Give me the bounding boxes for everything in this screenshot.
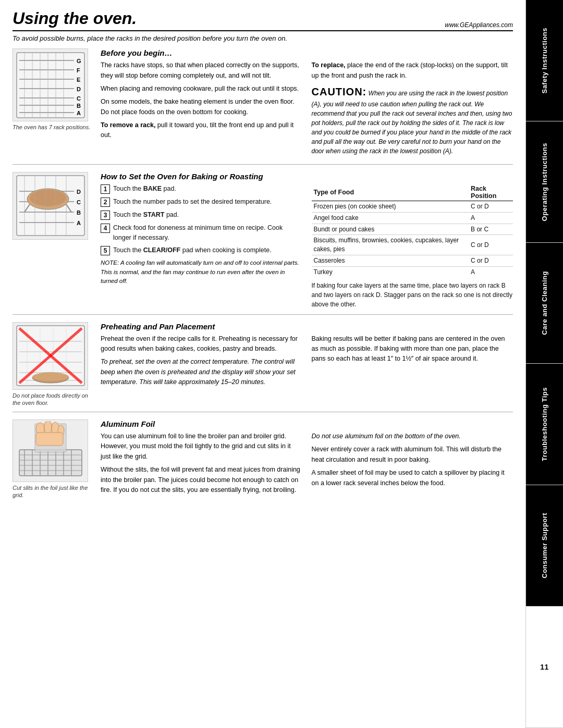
sidebar-label-operating: Operating Instructions: [541, 143, 548, 221]
caution-block: CAUTION: When you are using the rack in …: [312, 84, 513, 156]
svg-text:C: C: [77, 199, 81, 205]
step-num-3: 3: [101, 211, 110, 220]
rack-image-caption: The oven has 7 rack positions.: [13, 124, 93, 131]
step-text-2: Touch the number pads to set the desired…: [113, 197, 272, 207]
sidebar-troubleshoot: Troubleshooting Tips: [526, 364, 563, 485]
svg-rect-0: [17, 53, 84, 118]
before-begin-col-left: The racks have stops, so that when place…: [101, 60, 302, 159]
svg-text:B: B: [77, 103, 81, 109]
before-begin-replace: To replace, place the end of the rack (s…: [312, 60, 513, 81]
table-note: If baking four cake layers at the same t…: [312, 281, 513, 309]
table-header-food: Type of Food: [312, 184, 469, 201]
sidebar-operating: Operating Instructions: [526, 121, 563, 243]
page-number: 11: [540, 663, 549, 671]
food-cell: Angel food cake: [312, 212, 469, 224]
food-cell: Frozen pies (on cookie sheet): [312, 201, 469, 212]
table-row: CasserolesC or D: [312, 255, 513, 266]
before-you-begin-section: G F E D C B A: [13, 48, 513, 165]
svg-text:A: A: [77, 220, 81, 226]
rack-cell: A: [469, 266, 513, 277]
baking-heading: How to Set the Oven for Baking or Roasti…: [101, 172, 513, 181]
table-row: Angel food cakeA: [312, 212, 513, 224]
svg-text:D: D: [77, 189, 81, 195]
step-3: 3 Touch the START pad.: [101, 210, 302, 220]
food-cell: Turkey: [312, 266, 469, 277]
sidebar-page-num: 11: [526, 607, 563, 728]
preheat-image: [13, 322, 88, 390]
step-4: 4 Check food for doneness at minimum tim…: [101, 223, 302, 243]
svg-point-50: [32, 373, 69, 381]
svg-text:E: E: [77, 77, 80, 83]
baking-text-col: How to Set the Oven for Baking or Roasti…: [101, 172, 513, 309]
preheat-text-col: Preheating and Pan Placement Preheat the…: [101, 322, 513, 407]
foil-image-col: Cut slits in the foil just like the grid…: [13, 419, 93, 499]
before-begin-para2: When placing and removing cookware, pull…: [101, 84, 302, 94]
foil-col-left: You can use aluminum foil to line the br…: [101, 431, 302, 498]
before-begin-para3: On some models, the bake heating element…: [101, 97, 302, 117]
table-row: Bundt or pound cakesB or C: [312, 224, 513, 235]
svg-text:B: B: [77, 209, 81, 216]
step-2: 2 Touch the number pads to set the desir…: [101, 197, 302, 207]
replace-label: To replace,: [312, 61, 346, 69]
sidebar-consumer: Consumer Support: [526, 485, 563, 607]
right-sidebar: Safety Instructions Operating Instructio…: [525, 0, 563, 728]
svg-text:F: F: [77, 67, 80, 73]
before-begin-remove: To remove a rack, pull it toward you, ti…: [101, 120, 302, 141]
preheat-image-col: Do not place foods directly on the oven …: [13, 322, 93, 407]
foil-section: Cut slits in the foil just like the grid…: [13, 419, 513, 499]
preheat-italic: To preheat, set the oven at the correct …: [101, 357, 302, 387]
header-row: Using the oven. www.GEAppliances.com: [13, 9, 513, 31]
preheat-para1: Preheat the oven if the recipe calls for…: [101, 334, 302, 354]
before-begin-image-col: G F E D C B A: [13, 48, 93, 159]
foil-image: [13, 419, 88, 482]
foil-two-col: You can use aluminum foil to line the br…: [101, 431, 513, 498]
website-url: www.GEAppliances.com: [445, 21, 513, 29]
svg-point-31: [30, 190, 66, 206]
svg-rect-70: [36, 433, 63, 446]
before-begin-two-col: The racks have stops, so that when place…: [101, 60, 513, 159]
foil-right-para: Never entirely cover a rack with aluminu…: [312, 445, 513, 465]
sidebar-label-consumer: Consumer Support: [541, 513, 548, 578]
baking-note: NOTE: A cooling fan will automatically t…: [101, 258, 302, 286]
table-row: TurkeyA: [312, 266, 513, 277]
foil-caption: Cut slits in the foil just like the grid…: [13, 484, 93, 499]
sidebar-care: Care and Cleaning: [526, 243, 563, 364]
oven-rack-image: G F E D C B A: [13, 48, 88, 121]
step-1: 1 Touch the BAKE pad.: [101, 184, 302, 194]
baking-image-col: D C B A: [13, 172, 93, 309]
sidebar-safety: Safety Instructions: [526, 0, 563, 121]
step-text-3: Touch the START pad.: [113, 210, 179, 220]
preheat-two-col: Preheat the oven if the recipe calls for…: [101, 334, 513, 391]
remove-label: To remove a rack,: [101, 121, 155, 129]
foil-text-col: Aluminum Foil You can use aluminum foil …: [101, 419, 513, 499]
svg-text:D: D: [77, 86, 81, 92]
svg-text:A: A: [77, 110, 81, 116]
rack-cell: C or D: [469, 255, 513, 266]
step-text-4: Check food for doneness at minimum time …: [113, 223, 302, 243]
food-cell: Bundt or pound cakes: [312, 224, 469, 235]
step-num-1: 1: [101, 184, 110, 194]
rack-cell: C or D: [469, 201, 513, 212]
foil-heading: Aluminum Foil: [101, 419, 513, 428]
baking-section: D C B A: [13, 172, 513, 315]
step-text-1: Touch the BAKE pad.: [113, 184, 176, 194]
before-begin-heading: Before you begin…: [101, 48, 513, 57]
preheat-col-left: Preheat the oven if the recipe calls for…: [101, 334, 302, 391]
preheat-col-right: Baking results will be better if baking …: [312, 334, 513, 391]
before-begin-text-col: Before you begin… The racks have stops, …: [101, 48, 513, 159]
step-num-2: 2: [101, 198, 110, 207]
baking-image: D C B A: [13, 172, 88, 240]
preheat-heading: Preheating and Pan Placement: [101, 322, 513, 331]
foil-para1: You can use aluminum foil to line the br…: [101, 431, 302, 462]
svg-text:C: C: [77, 95, 81, 102]
preheat-para2: Baking results will be better if baking …: [312, 334, 513, 364]
main-content: Using the oven. www.GEAppliances.com To …: [0, 0, 525, 517]
preheat-caption: Do not place foods directly on the oven …: [13, 392, 93, 407]
page-title: Using the oven.: [13, 9, 137, 28]
table-row: Frozen pies (on cookie sheet)C or D: [312, 201, 513, 212]
svg-text:G: G: [77, 58, 81, 64]
caution-text: When you are using the rack in the lowes…: [312, 90, 512, 155]
food-cell: Casseroles: [312, 255, 469, 266]
subtitle: To avoid possible burns, place the racks…: [13, 34, 513, 42]
food-table: Type of Food Rack Position Frozen pies (…: [312, 184, 513, 278]
